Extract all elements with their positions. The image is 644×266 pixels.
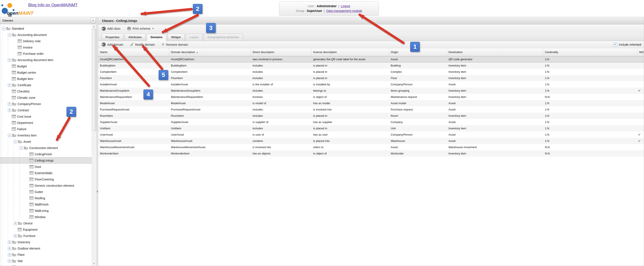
tree-item-failure[interactable]: Failure xyxy=(0,126,92,132)
tree-item-climatic-zone[interactable]: Climatic zone xyxy=(0,94,92,101)
expand-toggle-icon[interactable]: + xyxy=(8,108,11,112)
domain-row-complexitem[interactable]: ComplexItemComplexItemincludesis placed … xyxy=(98,69,644,75)
tree-item-generic-construction-element[interactable]: Generic construction element xyxy=(0,182,92,189)
column-header-destination[interactable]: Destination xyxy=(447,48,543,56)
tree-item-budget-centre[interactable]: Budget centre xyxy=(0,69,92,76)
tab-widget[interactable]: Widget xyxy=(168,34,184,41)
expand-toggle-icon[interactable]: + xyxy=(8,58,11,62)
domain-row-workorderitem[interactable]: WorkorderItemWorkorderItemhas as objects… xyxy=(98,150,644,156)
data-management-module-link[interactable]: Data management module xyxy=(326,9,362,12)
tree-item-ceilingfinish[interactable]: CeilingFinish xyxy=(0,151,92,157)
scroll-down-icon[interactable]: ▼ xyxy=(92,262,96,266)
collapse-toggle-icon[interactable]: − xyxy=(2,27,6,30)
tree-item-ceilinglinings[interactable]: CeilingLinings xyxy=(0,157,92,164)
tree-item-device[interactable]: +Device xyxy=(0,220,92,226)
expand-toggle-icon[interactable]: + xyxy=(8,247,11,250)
tree-item-department[interactable]: Department xyxy=(0,120,92,126)
domain-row-modelasset[interactable]: ModelAssetModelAssetis model ofhas as mo… xyxy=(98,100,644,106)
domain-row-maintenancerequestitem[interactable]: MaintenanceRequestItemMaintenanceRequest… xyxy=(98,94,644,100)
collapse-panel-icon[interactable]: − xyxy=(90,18,96,23)
add-class-button[interactable]: + Add class xyxy=(102,27,120,31)
domain-row-userasset[interactable]: UserAssetUserAssetis user ofhas as userC… xyxy=(98,132,644,138)
expand-toggle-icon[interactable]: + xyxy=(14,234,17,238)
cell-destination: QR code generator xyxy=(447,56,543,62)
remove-domain-button[interactable]: ✕ Remove domain xyxy=(162,42,188,47)
tree-item-floorcovering[interactable]: FloorCovering xyxy=(0,176,92,182)
domain-row-maintenancegroupitem[interactable]: MaintenanceGroupItemMaintenanceGroupItem… xyxy=(98,88,644,94)
user-name: Administrator xyxy=(317,4,337,8)
tree-item-certificate[interactable]: +Certificate xyxy=(0,82,92,88)
domain-row-roomitem[interactable]: RoomItemRoomItemincludesis placed inRoom… xyxy=(98,113,644,119)
tree-item-purchase-order[interactable]: Purchase order xyxy=(0,50,92,57)
domain-row-assetqrcodegen[interactable]: AssetQRCodeGenAssetQRCodeGenwas involved… xyxy=(98,56,644,62)
tree-item-walllining[interactable]: WallLining xyxy=(0,208,92,214)
sidebar-scrollbar[interactable]: ▲ ▼ xyxy=(92,24,96,266)
column-header-cardinality[interactable]: Cardinality xyxy=(543,48,638,56)
add-domain-button[interactable]: + Add domain xyxy=(102,42,124,46)
domain-row-purchaserequestasset[interactable]: PurchaseRequestAssetPurchaseRequestAsset… xyxy=(98,106,644,113)
tab-attributes[interactable]: Attributes xyxy=(124,34,146,41)
tree-item-budget-item[interactable]: Budget item xyxy=(0,76,92,82)
expand-toggle-icon[interactable]: + xyxy=(8,102,11,106)
print-schema-button[interactable]: Print schema ▼ xyxy=(127,27,154,30)
expand-toggle-icon[interactable]: + xyxy=(14,222,17,225)
collapse-toggle-icon[interactable]: − xyxy=(8,33,11,36)
domain-row-unititem[interactable]: UnitItemUnitItemincludesis placed inUnit… xyxy=(98,125,644,132)
tree-item-budget[interactable]: Budget xyxy=(0,63,92,69)
cell-destination: Asset xyxy=(447,119,543,125)
include-inherited-checkbox[interactable]: ✓ xyxy=(613,43,617,46)
domain-row-warehouseasset[interactable]: WarehouseAssetWarehouseAssetcontainsis p… xyxy=(98,138,644,144)
tree-item-gutter[interactable]: Gutter xyxy=(0,189,92,195)
expand-toggle-icon[interactable]: + xyxy=(8,259,11,263)
tree-item-greenery[interactable]: +Greenery xyxy=(0,239,92,245)
tab-properties[interactable]: Properties xyxy=(102,34,123,41)
tree-item-inventory-item[interactable]: −Inventory item xyxy=(0,132,92,138)
column-header-name[interactable]: Name xyxy=(98,48,169,56)
tree-item-construction-element[interactable]: −Construction element xyxy=(0,145,92,151)
tab-domains[interactable]: Domains xyxy=(147,34,166,41)
tree-item-site[interactable]: +Site xyxy=(0,258,92,264)
column-header-direct-description[interactable]: Direct description xyxy=(251,48,312,56)
tree-item-checklist[interactable]: Checklist xyxy=(0,88,92,94)
tree-guide-line xyxy=(14,182,20,189)
collapse-toggle-icon[interactable]: − xyxy=(14,140,17,144)
tree-item-accounting-document[interactable]: −Accounting document xyxy=(0,32,92,38)
tree-item-standard[interactable]: −Standard xyxy=(0,25,92,32)
logout-link[interactable]: Logout xyxy=(341,4,350,8)
domain-row-supplierasset[interactable]: SupplierAssetSupplierAssetis supplier of… xyxy=(98,119,644,125)
tree-item-accounting-document-item[interactable]: +Accounting document item xyxy=(0,57,92,63)
tree-item-delivery-note[interactable]: Delivery note xyxy=(0,38,92,44)
tree-item-items-grouping[interactable]: Items grouping xyxy=(0,264,92,266)
collapse-toggle-icon[interactable]: − xyxy=(8,134,11,137)
tree-item-equipment[interactable]: Equipment xyxy=(0,226,92,233)
tree-item-exteriorwalls[interactable]: ExteriorWalls xyxy=(0,170,92,176)
column-header-inverse-description[interactable]: Inverse description xyxy=(312,48,389,56)
scrollbar-thumb[interactable] xyxy=(92,29,96,131)
blog-info-link[interactable]: Blog Info on OpenMAINMT xyxy=(28,2,78,7)
expand-toggle-icon[interactable]: + xyxy=(8,240,11,244)
domain-row-installerasset[interactable]: InstallerAssetInstallerAssetis the insta… xyxy=(98,81,644,88)
collapse-toggle-icon[interactable]: − xyxy=(20,146,23,150)
tree-item-door[interactable]: Door xyxy=(0,164,92,170)
expand-toggle-icon[interactable]: + xyxy=(8,84,11,87)
tree-item-furniture[interactable]: +Furniture xyxy=(0,233,92,239)
domain-row-buildingitem[interactable]: BuildingItemBuildingItemincludesis place… xyxy=(98,62,644,69)
cell-inverse-description: has as supplier xyxy=(312,119,389,125)
modify-domain-button[interactable]: Modify domain xyxy=(130,43,155,46)
tree-item-asset[interactable]: −Asset xyxy=(0,138,92,145)
scroll-up-icon[interactable]: ▲ xyxy=(92,24,96,28)
tree-item-wallfinish[interactable]: WallFinish xyxy=(0,201,92,208)
tree-item-roofing[interactable]: Roofing xyxy=(0,195,92,201)
tree-item-invoice[interactable]: Invoice xyxy=(0,44,92,50)
tree-item-plant[interactable]: +Plant xyxy=(0,252,92,258)
domain-row-flooritem[interactable]: FloorItemFloorItemincludesis placed inFl… xyxy=(98,75,644,81)
column-header-m-d[interactable]: M/D xyxy=(638,48,644,56)
tree-item-contract[interactable]: +Contract xyxy=(0,107,92,113)
tree-item-cost-issue[interactable]: Cost issue xyxy=(0,113,92,120)
tree-item-outdoor-element[interactable]: +Outdoor element xyxy=(0,245,92,252)
tree-item-company-person[interactable]: +Company/Person xyxy=(0,101,92,107)
expand-toggle-icon[interactable]: + xyxy=(8,253,11,256)
domain-row-warehousemovementasset[interactable]: WarehouseMovementAssetWarehouseMovementA… xyxy=(98,144,644,150)
tree-item-window[interactable]: Window xyxy=(0,214,92,220)
column-header-domain-description[interactable]: Domain description▲ xyxy=(169,48,251,56)
